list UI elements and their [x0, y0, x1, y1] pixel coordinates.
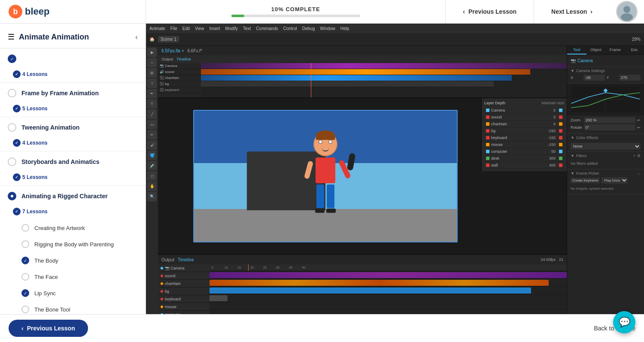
section-fbf-header[interactable]: Frame by Frame Animation	[0, 83, 146, 103]
section-fbf-name: Frame by Frame Animation	[21, 90, 99, 97]
animate-menubar: Animate File Edit View Insert Modify Tex…	[146, 24, 644, 33]
menu-commands[interactable]: Commands	[256, 26, 278, 31]
character-scene	[170, 98, 481, 254]
eraser-tool[interactable]: ◻	[147, 171, 157, 181]
output-tab[interactable]: Output	[161, 257, 174, 262]
prev-lesson-button[interactable]: ‹ Previous Lesson	[445, 0, 534, 23]
menu-window[interactable]: Window	[320, 26, 335, 31]
zoom-label[interactable]: 29%	[632, 37, 641, 42]
layer-item-Camera: Camera 0	[484, 107, 564, 114]
section-tw-header[interactable]: Tweening Animation	[0, 117, 146, 138]
sound-track-fill	[210, 280, 549, 286]
props-tab-tool[interactable]: Tool	[567, 46, 586, 54]
char-legs	[300, 185, 351, 208]
stage-canvas: OutputTimeline 📷 Camera 🔊 sound ⬛ charMa…	[158, 55, 567, 254]
free-transform-tool[interactable]: ⊞	[147, 68, 157, 78]
zoom-input[interactable]	[584, 117, 635, 123]
lesson-the-face[interactable]: The Face	[0, 269, 146, 285]
char-shoe-right	[326, 209, 336, 213]
lesson-creating-artwork[interactable]: Creating the Artwork	[0, 220, 146, 236]
lesson-lip-sync[interactable]: ✓ Lip Sync	[0, 285, 146, 301]
zoom-tool[interactable]: 🔍	[147, 192, 157, 201]
line-tool[interactable]: ╱	[147, 109, 157, 119]
char-shoe-left	[315, 209, 325, 213]
rotate-reset-icon[interactable]: ↩	[637, 125, 641, 130]
track-row-charmain	[210, 287, 567, 294]
scene-toolbar: 🏠 Scene 1 29%	[146, 33, 644, 46]
rectangle-tool[interactable]: ▭	[147, 120, 157, 129]
brush-tool[interactable]: 🖌	[147, 140, 157, 150]
layer-item-keyboard: keyboard -150	[484, 134, 564, 141]
text-tool[interactable]: T	[147, 99, 157, 109]
chat-fab-button[interactable]: 💬	[613, 311, 635, 333]
track-camera: 📷 Camera	[158, 264, 210, 272]
lesson-bone-tool[interactable]: The Bone Tool	[0, 301, 146, 314]
section-sb-name: Storyboards and Animatics	[21, 158, 100, 165]
logo-text: bleep	[25, 6, 49, 17]
play-once-select[interactable]: Play Once	[601, 177, 628, 184]
add-filter-button[interactable]: +	[633, 154, 635, 158]
main-content: ☰ Animate Animation ‹ ✓ ✓ 4 Lessons Fram…	[0, 24, 644, 314]
next-lesson-button[interactable]: Next Lesson ›	[534, 0, 610, 23]
x-input[interactable]	[583, 75, 605, 81]
pen-tool[interactable]: ✒	[147, 89, 157, 98]
camera-graph-svg	[569, 86, 642, 112]
subsel-tool[interactable]: ○	[147, 58, 157, 67]
select-tool[interactable]: ▶	[147, 48, 157, 57]
lasso-tool[interactable]: ⌇	[147, 79, 157, 88]
props-tab-frame[interactable]: Frame	[606, 46, 625, 54]
section-sb-header[interactable]: Storyboards and Animatics	[0, 151, 146, 172]
menu-file[interactable]: File	[170, 26, 177, 31]
frame-picker-collapse[interactable]: —	[637, 172, 641, 176]
props-tab-doc[interactable]: Doc	[625, 46, 644, 54]
user-avatar[interactable]	[616, 1, 638, 22]
lesson-the-body[interactable]: ✓ The Body	[0, 252, 146, 269]
lesson-rigging-body[interactable]: Rigging the Body with Parenting	[0, 236, 146, 252]
home-icon: 🏠	[149, 37, 155, 42]
lesson-the-face-label: The Face	[34, 274, 58, 280]
rotate-input[interactable]	[584, 124, 635, 130]
color-effects-select[interactable]: None	[571, 143, 641, 150]
create-keyframe-button[interactable]: Create Keyframe	[571, 178, 600, 183]
hand-tool[interactable]: ✋	[147, 182, 157, 191]
section-tw-name: Tweening Animation	[21, 124, 79, 131]
scene-label[interactable]: Scene 1	[158, 36, 179, 42]
menu-text[interactable]: Text	[243, 26, 251, 31]
y-input[interactable]	[619, 75, 641, 81]
menu-view[interactable]: View	[195, 26, 204, 31]
section-tweening: Tweening Animation ✓ 4 Lessons	[0, 117, 146, 151]
maintain-size-label: Maintain size	[541, 101, 564, 105]
section-rigged-header[interactable]: Animating a Rigged Character	[0, 186, 146, 206]
section-intro-header[interactable]: ✓	[0, 48, 146, 69]
pencil-tool[interactable]: ✏	[147, 130, 157, 139]
lesson-creating-artwork-circle	[21, 224, 29, 232]
menu-animate[interactable]: Animate	[149, 26, 165, 31]
timeline-tab[interactable]: Timeline	[178, 257, 194, 262]
prev-lesson-bottom-button[interactable]: ‹ Previous Lesson	[9, 320, 88, 337]
stage-filename: 6.5Fps.fla ×	[161, 48, 184, 53]
rotate-prop-label: Rotate	[571, 125, 582, 130]
lesson-rigging-body-circle	[21, 240, 29, 248]
menu-debug[interactable]: Debug	[302, 26, 315, 31]
track-sound: sound	[158, 272, 210, 280]
zoom-reset-icon[interactable]: ↩	[637, 118, 641, 122]
lesson-the-body-label: The Body	[34, 257, 58, 264]
props-tab-object[interactable]: Object	[586, 46, 606, 54]
video-area: Animate File Edit View Insert Modify Tex…	[146, 24, 644, 314]
track-keyboard-dot	[161, 298, 163, 300]
badge-rigged-icon: ✓	[13, 208, 21, 215]
menu-help[interactable]: Help	[340, 26, 349, 31]
eyedropper-tool[interactable]: 💉	[147, 161, 157, 170]
collapse-sidebar-button[interactable]: ‹	[135, 33, 138, 42]
menu-edit[interactable]: Edit	[182, 26, 190, 31]
menu-control[interactable]: Control	[283, 26, 297, 31]
menu-insert[interactable]: Insert	[210, 26, 220, 31]
menu-modify[interactable]: Modify	[225, 26, 238, 31]
section-rigged-lessons: 7 Lessons	[22, 209, 48, 215]
lesson-creating-artwork-label: Creating the Artwork	[34, 225, 85, 231]
filter-settings-icon[interactable]: ⚙	[637, 154, 641, 158]
paint-bucket-tool[interactable]: 🪣	[147, 151, 157, 160]
track-camera-label: 📷 Camera	[165, 266, 185, 270]
bottom-bar: ‹ Previous Lesson Back to Module	[0, 314, 644, 342]
layer-item-bg: bg -150	[484, 127, 564, 134]
